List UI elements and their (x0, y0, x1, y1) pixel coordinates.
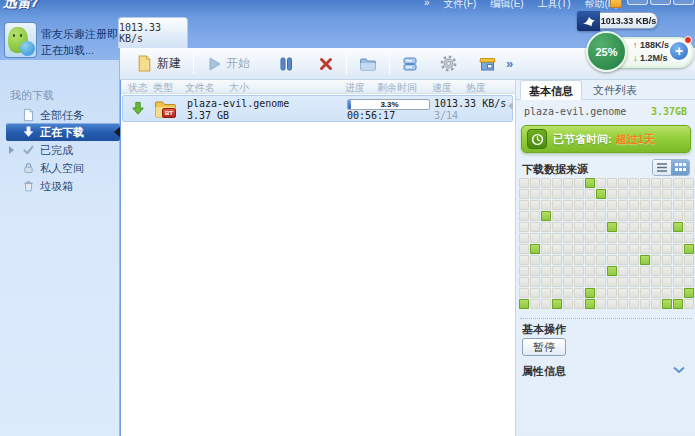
source-cell (651, 178, 661, 188)
source-cell (585, 233, 595, 243)
menu-file[interactable]: 文件(F) (444, 0, 477, 11)
source-cell (530, 189, 540, 199)
column-filename[interactable]: 文件名 (185, 81, 215, 95)
source-cell (519, 288, 529, 298)
progress-bar: 3.3% (347, 99, 430, 110)
promo-line2: 正在加载... (41, 42, 129, 58)
open-folder-button[interactable] (353, 53, 383, 75)
saved-time-banner: 已节省时间: 超过1天 (521, 125, 691, 153)
task-manager-button[interactable] (396, 53, 424, 75)
source-cell (684, 233, 694, 243)
skin-icon[interactable] (610, 0, 622, 8)
source-cell (563, 299, 573, 309)
column-size[interactable]: 大小 (229, 81, 249, 95)
source-cell (541, 178, 551, 188)
source-cell (596, 200, 606, 210)
app-store-button[interactable] (473, 53, 502, 75)
sidebar-item-trash[interactable]: 垃圾箱 (0, 177, 120, 195)
tab-file-list[interactable]: 文件列表 (584, 80, 646, 100)
column-status[interactable]: 状态 (128, 81, 148, 95)
tab-basic-info[interactable]: 基本信息 (520, 80, 582, 100)
bt-badge: BT (162, 108, 176, 118)
pause-toolbar-button[interactable] (272, 53, 300, 75)
new-task-label: 新建 (157, 55, 181, 72)
avatar[interactable] (4, 22, 37, 58)
source-cell (618, 178, 628, 188)
column-remaining[interactable]: 剩余时间 (377, 81, 417, 95)
menu-edit[interactable]: 编辑(E) (490, 0, 523, 11)
speed-rates: ↑ 188K/s ↓ 1.2M/s (633, 39, 669, 65)
tab-current-speed[interactable]: 1013.33 KB/s (118, 17, 188, 48)
source-cell (596, 255, 606, 265)
source-cell (563, 266, 573, 276)
source-cell (552, 211, 562, 221)
source-cell (618, 266, 628, 276)
source-cell (552, 178, 562, 188)
source-cell (629, 211, 639, 221)
source-cell (640, 233, 650, 243)
column-type[interactable]: 类型 (153, 81, 173, 95)
source-cell (684, 299, 694, 309)
menu-overflow-chevron[interactable]: » (424, 0, 430, 11)
delete-button[interactable] (312, 53, 340, 75)
sidebar-item-private-space[interactable]: 私人空间 (0, 159, 120, 177)
pause-button[interactable]: 暂停 (522, 338, 566, 356)
column-progress[interactable]: 进度 (345, 81, 365, 95)
source-cell-active (662, 299, 672, 309)
minimize-button[interactable] (627, 0, 648, 5)
maximize-button[interactable] (650, 0, 671, 5)
chevron-down-icon[interactable] (673, 366, 685, 374)
sidebar-item-downloading[interactable]: 正在下载 (0, 123, 120, 141)
source-cell (629, 200, 639, 210)
expand-arrow-icon[interactable] (9, 146, 14, 154)
trash-icon (22, 179, 36, 193)
table-row[interactable]: BT plaza-evil.genome 3.37 GB 3.3% 00:56:… (122, 95, 513, 122)
task-list: 状态 类型 文件名 大小 进度 剩余时间 速度 热度 BT plaza-evil… (121, 80, 515, 436)
source-cell (585, 211, 595, 221)
source-cell (673, 255, 683, 265)
source-cell (552, 222, 562, 232)
sidebar-item-label: 已完成 (40, 143, 73, 158)
clock-icon (527, 129, 547, 149)
close-button[interactable] (673, 0, 694, 5)
list-view-icon[interactable] (653, 160, 671, 175)
source-cell (684, 277, 694, 287)
source-cell (596, 244, 606, 254)
speed-percent-ball[interactable]: 25% (586, 31, 627, 72)
source-cell (552, 255, 562, 265)
source-cell (563, 288, 573, 298)
source-cell (684, 211, 694, 221)
source-cell (618, 288, 628, 298)
toolbar-separator (346, 54, 347, 74)
source-cell (629, 189, 639, 199)
column-speed[interactable]: 速度 (432, 81, 452, 95)
source-cell (640, 288, 650, 298)
global-speed-badge[interactable]: 1013.33 KB/s (577, 11, 658, 31)
source-cell (673, 266, 683, 276)
settings-button[interactable] (434, 52, 463, 75)
start-button[interactable]: 开始 (200, 52, 256, 75)
source-cell-active (673, 222, 683, 232)
source-cell (651, 299, 661, 309)
promo-text[interactable]: 雷友乐趣注册即得 正在加载... (41, 26, 129, 58)
toolbar-separator (193, 54, 194, 74)
new-task-button[interactable]: 新建 (130, 52, 187, 75)
new-document-icon (136, 55, 153, 72)
source-cell (673, 244, 683, 254)
progress-label: 3.3% (348, 100, 431, 110)
speedometer[interactable]: 25% ↑ 188K/s ↓ 1.2M/s + (586, 31, 695, 77)
column-heat[interactable]: 热度 (466, 81, 486, 95)
grid-view-icon[interactable] (671, 160, 689, 175)
sidebar-header: 我的下载 (10, 88, 54, 103)
thunder-bird-icon (577, 11, 600, 31)
source-cell (684, 266, 694, 276)
sidebar-item-completed[interactable]: 已完成 (0, 141, 120, 159)
source-cell (574, 277, 584, 287)
panel-collapse-arrow[interactable] (508, 102, 513, 110)
menu-tools[interactable]: 工具(T) (538, 0, 571, 11)
sidebar-item-all-tasks[interactable]: 全部任务 (0, 106, 120, 124)
source-cell (673, 211, 683, 221)
source-cell (563, 277, 573, 287)
toolbar-more-chevron[interactable]: » (502, 56, 517, 71)
source-cell-active (585, 178, 595, 188)
